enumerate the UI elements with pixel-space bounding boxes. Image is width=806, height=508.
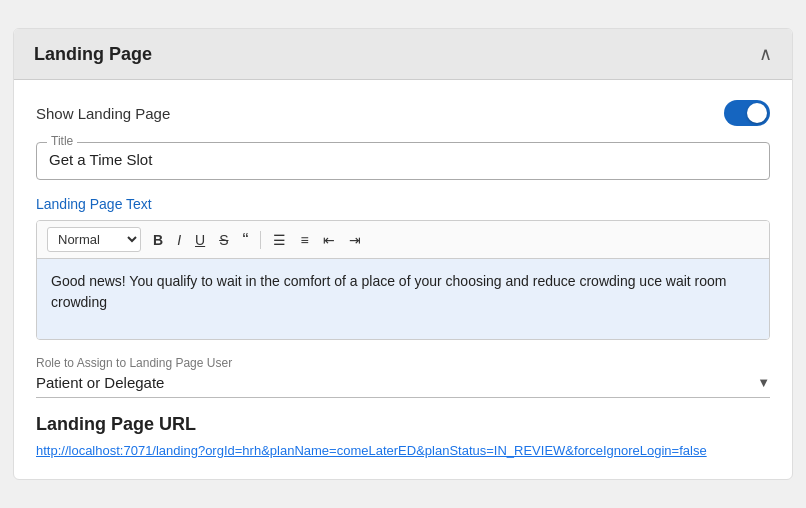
landing-page-card: Landing Page ∧ Show Landing Page Title G…	[13, 28, 793, 480]
align-left-button[interactable]: ⇤	[317, 230, 341, 250]
toolbar-divider-1	[260, 231, 261, 249]
show-landing-row: Show Landing Page	[36, 100, 770, 126]
card-body: Show Landing Page Title Get a Time Slot …	[14, 80, 792, 479]
role-label: Role to Assign to Landing Page User	[36, 356, 770, 370]
underline-button[interactable]: U	[189, 230, 211, 250]
rich-text-editor: Normal Heading 1 Heading 2 Heading 3 B I…	[36, 220, 770, 340]
title-field-label: Title	[47, 134, 77, 148]
card-title: Landing Page	[34, 44, 152, 65]
show-landing-label: Show Landing Page	[36, 105, 170, 122]
card-header: Landing Page ∧	[14, 29, 792, 80]
url-section-title: Landing Page URL	[36, 414, 770, 435]
role-dropdown-row[interactable]: Patient or Delegate ▼	[36, 374, 770, 398]
landing-text-section-label: Landing Page Text	[36, 196, 770, 212]
quote-button[interactable]: “	[236, 228, 254, 252]
collapse-icon[interactable]: ∧	[759, 43, 772, 65]
bullet-list-button[interactable]: ≡	[294, 230, 314, 250]
format-select[interactable]: Normal Heading 1 Heading 2 Heading 3	[47, 227, 141, 252]
italic-button[interactable]: I	[171, 230, 187, 250]
toggle-thumb	[747, 103, 767, 123]
title-field-group: Title Get a Time Slot	[36, 142, 770, 180]
align-right-button[interactable]: ⇥	[343, 230, 367, 250]
show-landing-toggle[interactable]	[724, 100, 770, 126]
ordered-list-button[interactable]: ☰	[267, 230, 292, 250]
role-value: Patient or Delegate	[36, 374, 164, 391]
strikethrough-button[interactable]: S	[213, 230, 234, 250]
title-field-value[interactable]: Get a Time Slot	[49, 151, 152, 168]
editor-content[interactable]: Good news! You qualify to wait in the co…	[37, 259, 769, 339]
toggle-track	[724, 100, 770, 126]
chevron-down-icon: ▼	[757, 375, 770, 390]
bold-button[interactable]: B	[147, 230, 169, 250]
editor-toolbar: Normal Heading 1 Heading 2 Heading 3 B I…	[37, 221, 769, 259]
landing-page-url[interactable]: http://localhost:7071/landing?orgId=hrh&…	[36, 443, 707, 458]
